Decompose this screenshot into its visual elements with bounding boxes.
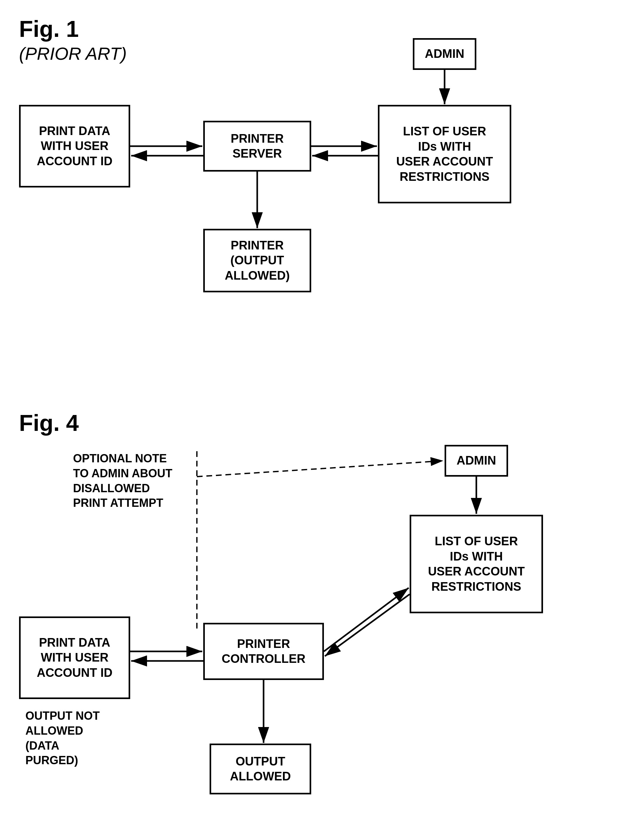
- fig4-output-box: OUTPUT ALLOWED: [210, 744, 311, 794]
- fig1-printer-box: PRINTER (OUTPUT ALLOWED): [203, 229, 311, 292]
- fig1-title: Fig. 1 (PRIOR ART): [19, 16, 127, 64]
- fig1-list-box: LIST OF USER IDs WITH USER ACCOUNT RESTR…: [378, 105, 511, 203]
- svg-line-14: [197, 461, 443, 476]
- fig4-controller-box: PRINTER CONTROLLER: [203, 623, 324, 680]
- fig4-admin-box: ADMIN: [445, 445, 508, 476]
- fig4-list-box: LIST OF USER IDs WITH USER ACCOUNT RESTR…: [409, 515, 543, 613]
- fig4-not-allowed-label: OUTPUT NOT ALLOWED (DATA PURGED): [25, 708, 100, 768]
- fig1-admin-box: ADMIN: [413, 38, 476, 70]
- fig4-title: Fig. 4: [19, 410, 79, 436]
- fig4-optional-label: OPTIONAL NOTE TO ADMIN ABOUT DISALLOWED …: [73, 451, 172, 511]
- fig1-printdata-box: PRINT DATA WITH USER ACCOUNT ID: [19, 105, 130, 187]
- svg-line-12: [325, 594, 409, 656]
- fig1-server-box: PRINTER SERVER: [203, 121, 311, 172]
- svg-line-11: [324, 588, 409, 652]
- fig4-printdata-box: PRINT DATA WITH USER ACCOUNT ID: [19, 616, 130, 699]
